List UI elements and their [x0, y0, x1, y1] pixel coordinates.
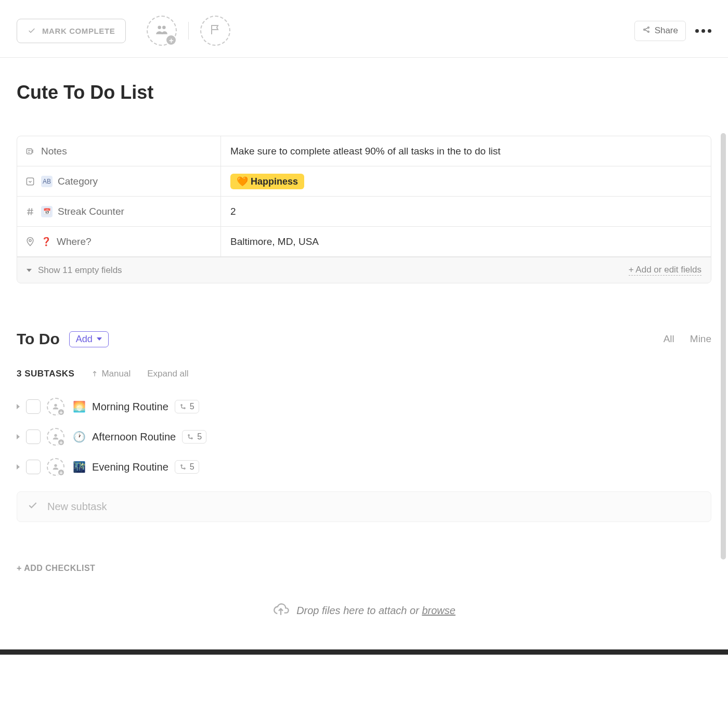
where-emoji: ❓	[41, 237, 51, 246]
field-row-where: ❓ Where? Baltimore, MD, USA	[17, 227, 711, 257]
toolbar-divider	[188, 22, 189, 40]
dot-icon	[695, 29, 699, 33]
svg-point-20	[184, 408, 185, 409]
add-assignees-button[interactable]: +	[147, 16, 177, 46]
add-subtask-button[interactable]: Add	[69, 331, 109, 347]
svg-rect-11	[27, 178, 33, 185]
field-row-streak: 📅 Streak Counter 2	[17, 197, 711, 227]
svg-point-16	[29, 239, 31, 241]
chevron-down-icon	[27, 269, 32, 272]
sort-manual-button[interactable]: Manual	[91, 369, 131, 379]
expand-all-button[interactable]: Expand all	[147, 369, 188, 379]
field-label-category[interactable]: AB Category	[17, 166, 221, 196]
expand-caret-icon[interactable]	[17, 404, 20, 409]
filter-all[interactable]: All	[664, 333, 674, 345]
svg-point-24	[54, 464, 57, 467]
category-label-text: Category	[58, 176, 98, 187]
scrollbar[interactable]	[721, 133, 726, 559]
streak-label-text: Streak Counter	[58, 206, 124, 217]
mark-complete-label: MARK COMPLETE	[42, 27, 115, 35]
assignee-button[interactable]: +	[47, 458, 64, 476]
check-icon	[28, 500, 38, 513]
drop-zone-text: Drop files here to attach or	[296, 605, 422, 616]
mark-complete-button[interactable]: MARK COMPLETE	[17, 19, 126, 43]
plus-badge-icon: +	[57, 468, 65, 476]
field-label-streak[interactable]: 📅 Streak Counter	[17, 197, 221, 226]
fields-table: Notes Make sure to complete atleast 90% …	[17, 136, 711, 283]
more-menu-button[interactable]	[695, 29, 711, 33]
notes-icon	[24, 146, 36, 157]
svg-point-0	[158, 25, 162, 29]
attachment-drop-zone[interactable]: Drop files here to attach or browse	[17, 592, 711, 639]
subtask-checkbox[interactable]	[26, 460, 41, 474]
expand-caret-icon[interactable]	[17, 434, 20, 439]
svg-point-23	[191, 438, 192, 439]
fields-footer: Show 11 empty fields + Add or edit field…	[17, 257, 711, 283]
subtask-name[interactable]: Evening Routine	[92, 461, 168, 473]
subtask-checkbox[interactable]	[26, 399, 41, 414]
svg-point-2	[643, 29, 645, 30]
streak-value-text: 2	[230, 206, 236, 217]
plus-badge-icon: +	[57, 408, 65, 416]
filter-mine[interactable]: Mine	[690, 333, 711, 345]
new-subtask-input[interactable]	[47, 501, 700, 513]
category-pill: 🧡 Happiness	[230, 174, 304, 189]
assignee-button[interactable]: +	[47, 398, 64, 415]
subtask-count-badge[interactable]: 5	[175, 400, 199, 413]
todo-title: To Do	[17, 330, 60, 348]
field-value-where[interactable]: Baltimore, MD, USA	[221, 227, 711, 256]
subtask-checkbox[interactable]	[26, 429, 41, 444]
page-title: Cute To Do List	[17, 82, 711, 103]
add-checklist-button[interactable]: + ADD CHECKLIST	[17, 564, 711, 573]
dot-icon	[708, 29, 711, 33]
add-edit-fields-button[interactable]: + Add or edit fields	[629, 265, 701, 276]
field-value-category[interactable]: 🧡 Happiness	[221, 166, 711, 196]
show-empty-fields-button[interactable]: Show 11 empty fields	[38, 265, 122, 276]
cloud-upload-icon	[272, 601, 289, 620]
svg-line-5	[645, 28, 647, 29]
svg-point-21	[54, 434, 57, 437]
share-button[interactable]: Share	[634, 21, 686, 41]
subtask-count: 5	[190, 462, 194, 472]
notes-label-text: Notes	[41, 146, 67, 157]
expand-caret-icon[interactable]	[17, 464, 20, 470]
subtask-name[interactable]: Afternoon Routine	[92, 431, 176, 443]
subtasks-bar: 3 SUBTASKS Manual Expand all	[17, 369, 711, 379]
field-row-notes: Notes Make sure to complete atleast 90% …	[17, 136, 711, 166]
manual-label: Manual	[101, 369, 131, 379]
svg-line-15	[31, 208, 32, 215]
svg-line-14	[29, 208, 30, 215]
flag-button[interactable]	[200, 16, 230, 46]
bottom-bar	[0, 649, 728, 655]
field-label-notes[interactable]: Notes	[17, 136, 221, 166]
subtask-emoji: 🕐	[73, 431, 86, 443]
subtask-count-badge[interactable]: 5	[182, 430, 206, 444]
subtask-row: +🌃Evening Routine5	[17, 458, 711, 476]
toolbar: MARK COMPLETE + Share	[0, 0, 728, 58]
number-icon	[24, 206, 36, 217]
assignee-button[interactable]: +	[47, 428, 64, 446]
subtask-count: 5	[197, 432, 202, 441]
svg-point-26	[184, 468, 185, 469]
svg-point-3	[647, 27, 649, 28]
svg-line-6	[645, 30, 647, 31]
field-value-streak[interactable]: 2	[221, 197, 711, 226]
new-subtask-row[interactable]	[17, 491, 711, 522]
svg-point-19	[181, 405, 182, 406]
svg-point-25	[181, 465, 182, 466]
svg-point-1	[162, 25, 166, 29]
subtask-count: 5	[190, 402, 194, 411]
subtask-name[interactable]: Morning Routine	[92, 401, 168, 413]
subtask-emoji: 🌃	[73, 461, 86, 473]
field-value-notes[interactable]: Make sure to complete atleast 90% of all…	[221, 136, 711, 166]
subtask-count-badge[interactable]: 5	[175, 460, 199, 474]
field-label-where[interactable]: ❓ Where?	[17, 227, 221, 256]
notes-value-text: Make sure to complete atleast 90% of all…	[230, 146, 501, 157]
subtask-row: +🌅Morning Routine5	[17, 398, 711, 415]
subtasks-count: 3 SUBTASKS	[17, 369, 74, 379]
subtask-list: +🌅Morning Routine5+🕐Afternoon Routine5+🌃…	[17, 398, 711, 476]
svg-point-22	[188, 435, 189, 436]
category-emoji-badge: AB	[41, 176, 53, 187]
streak-emoji-badge: 📅	[41, 206, 53, 217]
browse-link[interactable]: browse	[422, 605, 455, 616]
